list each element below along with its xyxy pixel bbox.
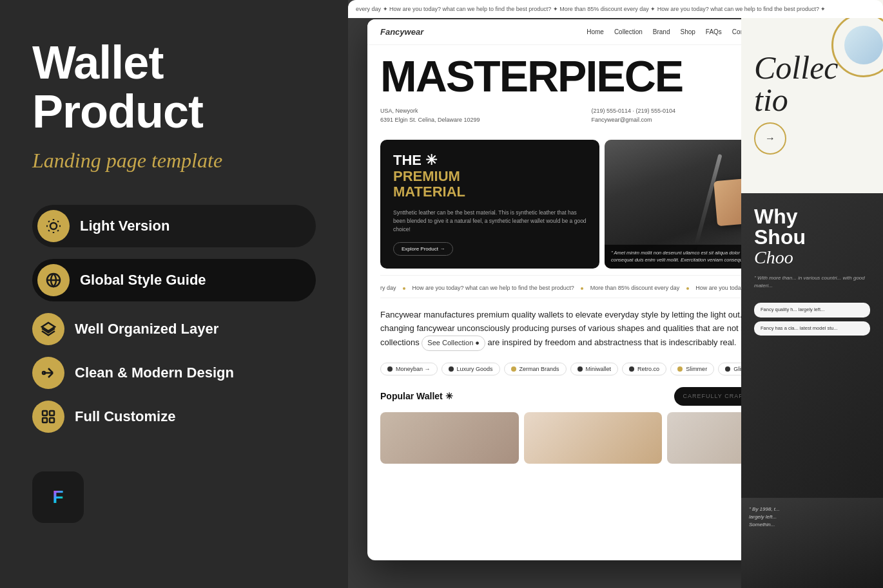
design-icon [32,357,64,389]
svg-line-7 [48,231,49,231]
side-collection-content: Collec tio → [741,0,883,167]
card-title: THE ✳ PREMIUM MATERIAL [393,153,587,200]
svg-rect-18 [43,418,47,422]
top-ticker-text: every day ✦ How are you today? what can … [348,6,833,12]
features-list: Light Version Global Style Guide [32,205,316,433]
svg-point-0 [50,223,57,229]
bottom-card-image: " By 1998, t... largely left... Somethin… [741,498,883,588]
side-card-collection: Collec tio → [741,0,883,193]
nav-home[interactable]: Home [587,28,604,35]
global-style-icon [37,264,70,296]
figma-badge[interactable]: F [32,471,84,523]
side-circle-inner [844,26,883,64]
svg-line-3 [48,221,49,222]
explore-btn[interactable]: Explore Product → [393,242,453,256]
subtitle: Landing page template [32,149,316,173]
side-cards: Collec tio → Why Shou Choo " With more t… [741,0,883,588]
light-version-label: Light Version [80,218,170,234]
feature-global-style[interactable]: Global Style Guide [32,259,316,301]
figma-icon: F [52,487,63,507]
tag-luxury[interactable]: Luxury Goods [442,363,500,375]
svg-rect-19 [50,418,54,422]
side-chat-1: Fancy quality h... largely left... [754,303,870,318]
side-arrow-circle[interactable]: → [754,122,786,155]
tag-dot [449,366,454,372]
side-chat-2: Fancy has a cla... latest model stu... [754,321,870,336]
title-line2: Product [32,86,203,137]
main-title: Wallet Product [32,39,316,136]
tag-dot [677,366,683,372]
feature-clean-modern[interactable]: Clean & Modern Design [32,357,316,389]
tag-dot [577,366,583,372]
feature-well-organized[interactable]: Well Organized Layer [32,313,316,345]
hero-address: USA, Newyork 6391 Elgin St. Celina, Dela… [380,106,480,125]
popular-title: Popular Wallet ✳ [380,391,453,401]
svg-line-8 [57,221,58,222]
tag-dot [725,366,730,372]
tag-retro[interactable]: Retro.co [622,363,666,375]
nav-faqs[interactable]: FAQs [706,28,722,35]
svg-rect-16 [43,411,47,415]
left-panel: Wallet Product Landing page template L [0,0,348,588]
side-choo-text: Choo [754,247,870,268]
feature-light-version[interactable]: Light Version [32,205,316,247]
svg-rect-17 [50,411,54,415]
clean-modern-label: Clean & Modern Design [75,365,234,381]
side-dark-title: Why Shou Choo [754,206,870,268]
svg-line-4 [57,231,58,231]
nav-collection[interactable]: Collection [614,28,643,35]
card-desc: Syntthetic leather can be the best mater… [393,209,587,233]
top-ticker-bar: every day ✦ How are you today? what can … [348,0,883,18]
hero-contact: (219) 555-0114 · (219) 555-0104 Fancywea… [591,106,675,125]
right-panel: every day ✦ How are you today? what can … [348,0,883,588]
tag-zerman[interactable]: Zerman Brands [504,363,567,375]
layers-icon [32,313,64,345]
tag-dot [629,366,634,372]
tag-dot [511,366,516,372]
feature-full-customize[interactable]: Full Customize [32,401,316,433]
side-dark-quote: " With more than... in various countri..… [754,274,870,290]
product-card-2[interactable] [524,412,663,464]
full-customize-label: Full Customize [75,408,175,425]
ticker-text: ry day How are you today? what can we he… [380,285,793,291]
title-line1: Wallet [32,37,163,88]
nav-brand[interactable]: Brand [653,28,670,35]
nav-logo: Fancywear [380,27,423,37]
nav-links: Home Collection Brand Shop FAQs Contact [587,28,754,35]
side-cursive-line2: tio [754,84,870,116]
bottom-card-quote: " By 1998, t... largely left... Somethin… [749,506,780,529]
tag-moneyban[interactable]: Moneyban → [380,363,438,375]
tag-dot [387,366,393,372]
product-card-1[interactable] [380,412,519,464]
nav-shop[interactable]: Shop [680,28,695,35]
premium-material-card: THE ✳ PREMIUM MATERIAL Syntthetic leathe… [380,140,599,269]
side-chat-bubbles: Fancy quality h... largely left... Fancy… [754,303,870,336]
side-card-bottom: " By 1998, t... largely left... Somethin… [741,498,883,588]
well-organized-label: Well Organized Layer [75,321,218,337]
tag-slimmer[interactable]: Slimmer [670,363,714,375]
side-why-text: Why [754,206,870,227]
tag-mini[interactable]: Miniwallet [570,363,619,375]
light-version-icon [37,210,70,242]
side-shou-text: Shou [754,227,870,247]
card-title-text: THE ✳ PREMIUM MATERIAL [393,153,587,200]
customize-icon [32,401,64,433]
global-style-label: Global Style Guide [80,272,206,289]
see-collection-link[interactable]: See Collection ● [422,336,485,351]
